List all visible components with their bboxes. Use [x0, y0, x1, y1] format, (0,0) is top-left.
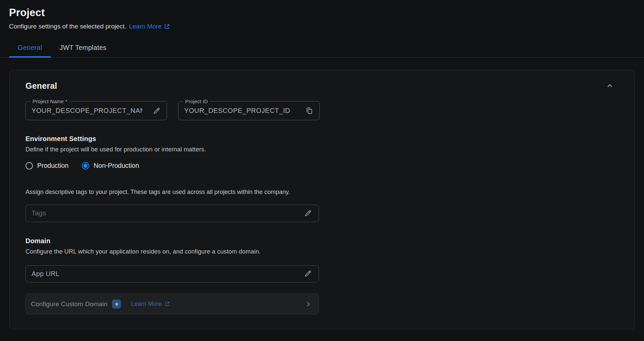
domain-title: Domain: [25, 237, 619, 245]
radio-production[interactable]: Production: [25, 162, 68, 169]
pencil-icon: [153, 107, 161, 115]
configure-custom-domain-label: Configure Custom Domain: [31, 300, 107, 308]
project-id-field: Project ID YOUR_DESCOPE_PROJECT_ID: [178, 101, 320, 120]
external-link-icon: [164, 301, 170, 307]
edit-app-url-button[interactable]: [303, 268, 313, 279]
tab-bar: General JWT Templates: [0, 44, 644, 58]
pencil-icon: [304, 209, 312, 217]
tags-description: Assign descriptive tags to your project.…: [25, 189, 619, 196]
general-settings-card: General Project Name * YOUR_DESCOPE_PROJ…: [9, 70, 635, 329]
edit-project-name-button[interactable]: [151, 106, 162, 116]
app-url-placeholder: App URL: [32, 270, 303, 278]
radio-production-label: Production: [37, 162, 68, 169]
card-title: General: [25, 81, 57, 91]
collapse-section-button[interactable]: [605, 81, 615, 91]
page-subtitle-text: Configure settings of the selected proje…: [9, 23, 126, 30]
radio-non-production[interactable]: Non-Production: [82, 162, 139, 169]
project-name-field[interactable]: Project Name * YOUR_DESCOPE_PROJECT_NAME: [25, 101, 167, 120]
project-fields-row: Project Name * YOUR_DESCOPE_PROJECT_NAME…: [25, 101, 619, 120]
edit-tags-button[interactable]: [303, 208, 313, 219]
app-url-input[interactable]: App URL: [25, 265, 319, 283]
page-subtitle: Configure settings of the selected proje…: [9, 23, 635, 30]
domain-description: Configure the URL which your application…: [25, 248, 619, 255]
external-link-icon: [164, 23, 170, 30]
project-name-value: YOUR_DESCOPE_PROJECT_NAME: [32, 107, 142, 115]
learn-more-link[interactable]: Learn More: [129, 23, 170, 30]
copy-project-id-button[interactable]: [304, 106, 315, 116]
environment-settings-section: Environment Settings Define if the proje…: [25, 135, 619, 169]
environment-settings-description: Define if the project will be used for p…: [25, 146, 619, 153]
chevron-up-icon: [606, 82, 613, 89]
project-name-label: Project Name *: [31, 98, 69, 104]
project-id-label: Project ID: [183, 98, 210, 104]
copy-icon: [305, 107, 313, 115]
chevron-right-icon: [305, 300, 312, 308]
card-header: General: [25, 81, 619, 91]
pencil-icon: [304, 270, 312, 278]
page-header: Project Configure settings of the select…: [0, 0, 644, 30]
environment-radio-group: Production Non-Production: [25, 162, 619, 169]
custom-domain-learn-more-label: Learn More: [131, 300, 162, 308]
radio-non-production-label: Non-Production: [94, 162, 139, 169]
tags-input[interactable]: Tags: [25, 205, 319, 222]
project-settings-page: Project Configure settings of the select…: [0, 0, 644, 341]
page-title: Project: [9, 7, 635, 19]
premium-star-icon: ★: [112, 299, 121, 309]
learn-more-label: Learn More: [129, 23, 162, 30]
project-id-value: YOUR_DESCOPE_PROJECT_ID: [184, 107, 295, 115]
configure-custom-domain-row[interactable]: Configure Custom Domain ★ Learn More: [25, 293, 319, 315]
environment-settings-title: Environment Settings: [25, 135, 619, 143]
radio-unselected-icon: [25, 162, 33, 169]
domain-section: Domain Configure the URL which your appl…: [25, 237, 619, 255]
custom-domain-learn-more-link[interactable]: Learn More: [131, 300, 170, 308]
tags-placeholder: Tags: [32, 209, 303, 217]
tab-general[interactable]: General: [9, 44, 51, 58]
radio-selected-icon: [82, 162, 89, 169]
tab-jwt-templates[interactable]: JWT Templates: [51, 44, 115, 58]
